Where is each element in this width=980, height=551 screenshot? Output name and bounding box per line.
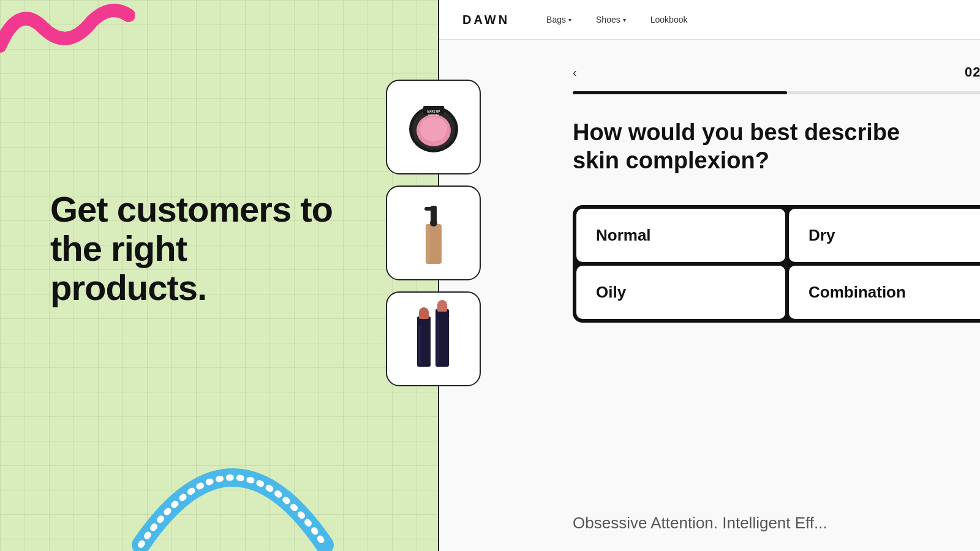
svg-text:FOR EVER: FOR EVER: [428, 114, 439, 116]
svg-rect-8: [427, 225, 429, 263]
svg-rect-10: [424, 207, 437, 211]
product-card-1: MAKE UP FOR EVER: [386, 80, 481, 174]
page-counter: 02/04: [965, 64, 980, 80]
product-card-2: [386, 186, 481, 280]
svg-rect-13: [418, 325, 421, 365]
nav-shoes-label: Shoes: [596, 15, 620, 24]
back-arrow-button[interactable]: ‹: [573, 66, 577, 80]
footer-tagline: Obsessive Attention. Intelligent Eff...: [573, 514, 827, 533]
svg-point-3: [420, 117, 447, 141]
nav-item-shoes[interactable]: Shoes ▾: [596, 15, 626, 24]
svg-rect-17: [437, 319, 439, 365]
svg-point-11: [430, 219, 437, 227]
blue-arc-decoration: [129, 422, 337, 551]
nav-bags-label: Bags: [546, 15, 566, 24]
headline-text: Get customers to the right products.: [50, 190, 344, 307]
progress-bar-fill: [573, 91, 787, 94]
nav-lookbook-label: Lookbook: [650, 15, 688, 24]
nav-logo: DAWN: [462, 13, 510, 27]
progress-bar-track: [573, 91, 980, 94]
svg-rect-15: [419, 310, 429, 319]
pagination-row: ‹ 02/04: [573, 64, 980, 80]
quiz-question: How would you best describe skin complex…: [573, 119, 952, 174]
main-content: ‹ 02/04 How would you best describe skin…: [438, 40, 980, 551]
lipstick-set-icon: [400, 299, 467, 379]
nav-item-bags[interactable]: Bags ▾: [546, 15, 571, 24]
answer-dry[interactable]: Dry: [789, 209, 980, 262]
right-panel: DAWN Bags ▾ Shoes ▾ Lookbook ‹ 02/04 How…: [438, 0, 980, 551]
answer-grid: Normal Dry Oily Combination: [573, 205, 980, 323]
answer-combination[interactable]: Combination: [789, 266, 980, 319]
current-page: 02: [965, 64, 980, 80]
product-column: MAKE UP FOR EVER: [386, 80, 481, 386]
pink-squiggle-decoration: [0, 0, 135, 64]
left-panel: Get customers to the right products.: [0, 0, 438, 551]
compact-powder-icon: MAKE UP FOR EVER: [400, 94, 467, 161]
nav-item-lookbook[interactable]: Lookbook: [650, 15, 688, 24]
product-card-3: [386, 291, 481, 386]
svg-text:MAKE UP: MAKE UP: [427, 110, 440, 113]
foundation-bottle-icon: [400, 193, 467, 273]
svg-rect-19: [437, 303, 447, 312]
top-nav: DAWN Bags ▾ Shoes ▾ Lookbook: [438, 0, 980, 40]
answer-normal[interactable]: Normal: [576, 209, 785, 262]
shoes-chevron-icon: ▾: [623, 17, 626, 23]
answer-oily[interactable]: Oily: [576, 266, 785, 319]
bags-chevron-icon: ▾: [568, 17, 571, 23]
